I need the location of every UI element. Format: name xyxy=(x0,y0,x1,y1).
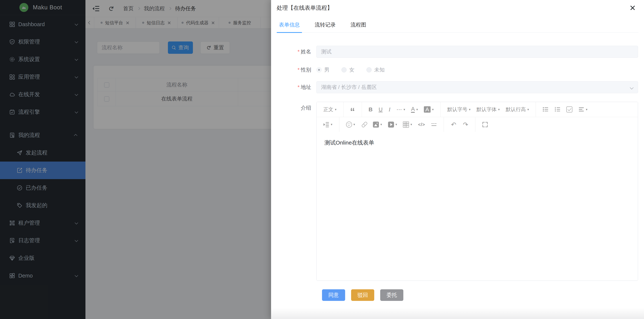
ul-icon xyxy=(542,106,548,112)
close-icon[interactable] xyxy=(630,5,636,11)
modal-overlay[interactable] xyxy=(0,0,271,319)
redo-icon: ↷ xyxy=(462,122,468,128)
video-button[interactable]: ▾ xyxy=(385,117,400,132)
table-button[interactable]: ▾ xyxy=(400,117,415,132)
chevron-down-icon xyxy=(630,86,634,90)
caret-down-icon: ▾ xyxy=(380,123,382,126)
emoji-icon xyxy=(346,122,352,128)
toolbar-group: ▾ xyxy=(536,102,594,117)
drawer-body: *姓名 测试 *性别 男 女 未知 *地址 湖南省 / 长沙市 / 岳麓区 xyxy=(271,46,644,301)
editor-toolbar-row-1: 正文▾“BUI⋯▾A▾A▾默认字号▾默认字体▾默认行高▾▾ xyxy=(316,102,638,117)
undo-button[interactable]: ↶ xyxy=(448,117,460,132)
italic-button[interactable]: I xyxy=(386,102,394,117)
caret-down-icon: ▾ xyxy=(432,108,434,111)
toolbar-group: “ xyxy=(344,102,362,117)
table-icon xyxy=(403,122,409,128)
radio-icon xyxy=(342,67,347,73)
fullscreen-button[interactable] xyxy=(479,117,491,132)
toolbar-group: ▾▾▾▾</> xyxy=(339,117,444,132)
radio-checked-icon xyxy=(316,67,322,73)
link-button[interactable] xyxy=(358,117,370,132)
ordered-list-button[interactable] xyxy=(552,102,564,117)
todo-list-button[interactable] xyxy=(564,102,575,117)
caret-down-icon: ▾ xyxy=(469,108,471,111)
fullscreen-icon xyxy=(482,122,488,128)
name-row: *姓名 测试 xyxy=(277,46,638,58)
emoji-button[interactable]: ▾ xyxy=(343,117,358,132)
image-button[interactable]: ▾ xyxy=(370,117,385,132)
tab-form-info[interactable]: 表单信息 xyxy=(277,21,302,33)
caret-down-icon: ▾ xyxy=(498,108,500,111)
gender-label: 性别 xyxy=(301,67,311,73)
heading-select[interactable]: 正文▾ xyxy=(320,102,340,117)
undo-icon: ↶ xyxy=(450,122,456,128)
radio-female[interactable]: 女 xyxy=(342,66,354,73)
caret-down-icon: ▾ xyxy=(586,108,588,111)
tab-flow-records[interactable]: 流转记录 xyxy=(312,21,338,33)
editor-content[interactable]: 测试Online在线表单 xyxy=(316,132,638,280)
name-label: 姓名 xyxy=(301,49,311,55)
name-field[interactable]: 测试 xyxy=(316,46,638,58)
align-button[interactable]: ▾ xyxy=(575,102,590,117)
image-icon xyxy=(373,122,379,128)
rich-text-editor: 正文▾“BUI⋯▾A▾A▾默认字号▾默认字体▾默认行高▾▾ ▾▾▾▾▾</>↶↷… xyxy=(316,102,638,281)
gender-radio-group: 男 女 未知 xyxy=(316,66,638,73)
required-mark: * xyxy=(298,67,300,73)
bold-button[interactable]: B xyxy=(366,102,376,117)
drawer-title: 处理【在线表单流程】 xyxy=(277,4,333,12)
editor-toolbar-row-2: ▾▾▾▾▾</>↶↷ xyxy=(316,117,638,132)
drawer-tabs: 表单信息 流转记录 流程图 xyxy=(277,21,638,33)
caret-down-icon: ▾ xyxy=(331,123,332,126)
video-icon xyxy=(388,122,394,128)
radio-unknown[interactable]: 未知 xyxy=(366,66,385,73)
todo-icon xyxy=(566,106,572,112)
address-label: 地址 xyxy=(301,84,311,90)
blockquote-button[interactable]: “ xyxy=(347,102,358,117)
link-icon xyxy=(360,120,368,129)
hr-icon xyxy=(431,122,437,128)
font-size-select[interactable]: 默认字号▾ xyxy=(444,102,474,117)
toolbar-group: 默认字号▾默认字体▾默认行高▾ xyxy=(441,102,536,117)
caret-down-icon: ▾ xyxy=(404,108,405,111)
caret-down-icon: ▾ xyxy=(354,123,355,126)
caret-down-icon: ▾ xyxy=(335,108,336,111)
redo-button[interactable]: ↷ xyxy=(460,117,472,132)
address-row: *地址 湖南省 / 长沙市 / 岳麓区 xyxy=(277,81,638,93)
caret-down-icon: ▾ xyxy=(396,123,397,126)
drawer-bottom-fade xyxy=(271,308,644,319)
bullet-list-button[interactable] xyxy=(540,102,552,117)
ol-icon xyxy=(554,106,560,112)
toolbar-group: BUI⋯▾A▾A▾ xyxy=(362,102,441,117)
drawer-actions: 同意 驳回 委托 xyxy=(322,289,638,301)
divider-button[interactable] xyxy=(428,117,440,132)
address-cascader[interactable]: 湖南省 / 长沙市 / 岳麓区 xyxy=(316,81,638,93)
toolbar-group: ↶↷ xyxy=(444,117,475,132)
reject-button[interactable]: 驳回 xyxy=(351,289,374,301)
radio-male[interactable]: 男 xyxy=(316,66,330,73)
intro-row: 介绍 正文▾“BUI⋯▾A▾A▾默认字号▾默认字体▾默认行高▾▾ ▾▾▾▾▾</… xyxy=(277,102,638,281)
more-style-button[interactable]: ⋯▾ xyxy=(394,102,408,117)
toolbar-group: 正文▾ xyxy=(316,102,344,117)
caret-down-icon: ▾ xyxy=(528,108,529,111)
delegate-button[interactable]: 委托 xyxy=(380,289,403,301)
toolbar-group xyxy=(475,117,495,132)
toolbar-group: ▾ xyxy=(316,117,339,132)
caret-down-icon: ▾ xyxy=(410,123,412,126)
caret-down-icon: ▾ xyxy=(416,108,418,111)
required-mark: * xyxy=(298,84,300,90)
tab-flow-diagram[interactable]: 流程图 xyxy=(348,21,368,33)
bg-color-button[interactable]: A▾ xyxy=(421,102,437,117)
font-color-button[interactable]: A▾ xyxy=(408,102,421,117)
drawer-header: 处理【在线表单流程】 xyxy=(271,0,644,12)
align-icon xyxy=(578,106,584,112)
radio-icon xyxy=(366,67,372,73)
page: Maku Boot Dashboard 权限管理 系统设置 应用管理 在线 xyxy=(0,0,644,319)
code-block-button[interactable]: </> xyxy=(415,117,428,132)
process-drawer: 处理【在线表单流程】 表单信息 流转记录 流程图 *姓名 测试 *性别 男 女 … xyxy=(271,0,644,319)
line-height-select[interactable]: 默认行高▾ xyxy=(503,102,532,117)
underline-button[interactable]: U xyxy=(376,102,386,117)
approve-button[interactable]: 同意 xyxy=(322,289,345,301)
required-mark: * xyxy=(298,49,300,55)
indent-button[interactable]: ▾ xyxy=(320,117,336,132)
font-family-select[interactable]: 默认字体▾ xyxy=(474,102,503,117)
